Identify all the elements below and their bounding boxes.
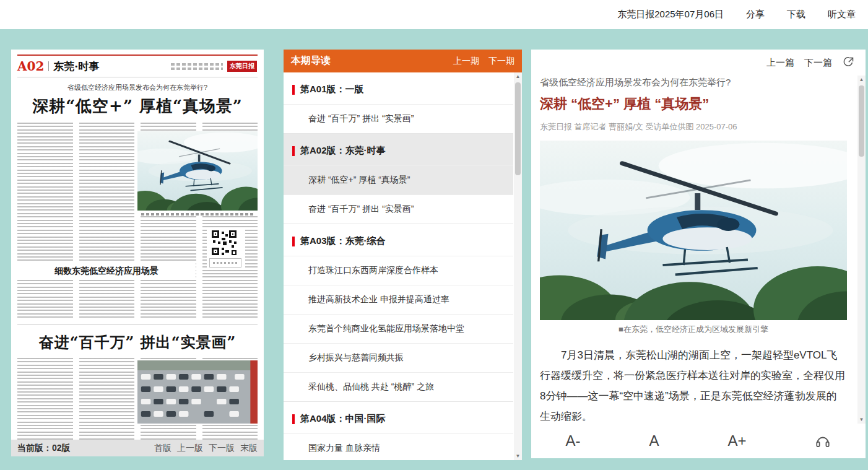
scrollbar-thumb[interactable]: [515, 82, 521, 175]
page-code: A02: [17, 59, 44, 74]
article-nav: 上一篇 下一篇: [531, 50, 866, 76]
toc-section-label: 第A04版：中国·国际: [284, 401, 513, 433]
toc-header: 本期导读 上一期 下一期: [284, 50, 522, 72]
preview-article2-body: [17, 358, 258, 440]
article-scrollbar[interactable]: ▲ ▼: [857, 76, 866, 424]
masthead-divider: [48, 61, 49, 71]
article-byline: 东莞日报 首席记者 曹丽娟/文 受访单位供图 2025-07-06: [540, 121, 847, 133]
font-smaller-button[interactable]: A-: [565, 432, 580, 450]
font-larger-button[interactable]: A+: [727, 432, 746, 450]
section-label-text: 第A02版：东莞·时事: [300, 145, 386, 157]
toc-section-a02: 第A02版：东莞·时事 深耕 “低空+” 厚植 “真场景” 奋进 “百千万” 拼…: [284, 133, 513, 224]
page-nav-links: 首版 上一版 下一版 末版: [154, 443, 258, 454]
preview-article1-headline[interactable]: 深耕“低空+” 厚植“真场景”: [17, 95, 258, 117]
newspaper-page: A02 东莞·时事 东莞日报 省级低空经济应用场景发布会为何在东莞举行? 深耕“…: [11, 50, 264, 440]
article-toolbar: A- A A+: [531, 424, 866, 458]
toc-article-link[interactable]: 东莞首个纯商业化氢能应用场景落地中堂: [284, 314, 513, 343]
download-link[interactable]: 下载: [787, 9, 805, 20]
article-paragraph: 7月3日清晨，东莞松山湖的湖面上空，一架超轻型eVTOL飞行器缓缓升空，将一份紧…: [540, 345, 847, 424]
article-kicker: 省级低空经济应用场景发布会为何在东莞举行?: [540, 77, 847, 89]
masthead: A02 东莞·时事 东莞日报: [17, 59, 258, 74]
scroll-up-icon[interactable]: ▲: [514, 72, 522, 81]
toc-article-link[interactable]: 奋进 “百千万” 拼出 “实景画”: [284, 194, 513, 224]
qr-caption-box: [209, 258, 241, 268]
current-page-label: 当前版：02版: [17, 443, 71, 454]
section-marker: [292, 85, 295, 95]
preview-article1-kicker[interactable]: 省级低空经济应用场景发布会为何在东莞举行?: [17, 83, 258, 92]
toc-article-link-active[interactable]: 深耕 “低空+” 厚植 “真场景”: [284, 165, 513, 194]
toc-section-a03: 第A03版：东莞·综合 打造珠江口东西两岸深度合作样本 推进高新技术企业 申报并…: [284, 224, 513, 401]
page-preview-panel: A02 东莞·时事 东莞日报 省级低空经济应用场景发布会为何在东莞举行? 深耕“…: [11, 50, 264, 440]
app-root: 东莞日报2025年07月06日 分享 下载 听文章 A02 东莞·时事 东莞日报…: [0, 0, 868, 470]
article-title: 深耕 “低空+” 厚植 “真场景”: [540, 95, 847, 113]
masthead-rule: [17, 54, 258, 56]
qr-code-icon: [210, 229, 238, 256]
article-panel: 上一篇 下一篇 省级低空经济应用场景发布会为何在东莞举行? 深耕 “低空+” 厚…: [531, 50, 866, 458]
article-content: 省级低空经济应用场景发布会为何在东莞举行? 深耕 “低空+” 厚植 “真场景” …: [531, 76, 866, 424]
toc-article-link[interactable]: 国家力量 血脉亲情: [284, 433, 513, 460]
toc-article-link[interactable]: 推进高新技术企业 申报并提高通过率: [284, 285, 513, 314]
page-section-name: 东莞·时事: [53, 59, 99, 74]
section-marker: [292, 146, 295, 156]
paper-logo: 东莞日报: [227, 60, 258, 72]
toc-article-link[interactable]: 奋进 “百千万” 拼出 “实景画”: [284, 104, 513, 133]
photo-caption: ■在东莞，低空经济正成为区域发展新引擎: [540, 324, 847, 335]
toc-article-link[interactable]: 乡村振兴与慈善同频共振: [284, 343, 513, 372]
parking-lot-image: [137, 360, 258, 424]
scrollbar-thumb[interactable]: [859, 85, 864, 157]
toc-article-link[interactable]: 采仙桃、品仙桃 共赴 “桃醉” 之旅: [284, 372, 513, 401]
toc-list: 第A01版：一版 奋进 “百千万” 拼出 “实景画” 第A02版：东莞·时事 深…: [284, 72, 513, 460]
scroll-up-icon[interactable]: ▲: [857, 76, 866, 84]
toc-section-a01: 第A01版：一版 奋进 “百千万” 拼出 “实景画”: [284, 72, 513, 133]
section-label-text: 第A03版：东莞·综合: [300, 235, 386, 247]
photo-caption-line: [141, 213, 254, 215]
first-page-link[interactable]: 首版: [154, 443, 171, 454]
section-label-text: 第A04版：中国·国际: [300, 413, 386, 425]
preview-subheadline[interactable]: 细数东莞低空经济应用场景: [17, 261, 196, 280]
toc-section-label-active: 第A02版：东莞·时事: [284, 133, 513, 165]
headphones-icon[interactable]: [815, 433, 831, 449]
scroll-down-icon[interactable]: ▼: [514, 452, 522, 460]
toc-section-label: 第A03版：东莞·综合: [284, 224, 513, 256]
last-page-link[interactable]: 末版: [240, 443, 258, 454]
next-article-link[interactable]: 下一篇: [804, 57, 832, 69]
helicopter-image: [137, 131, 258, 211]
preview-article1-body: 细数东莞低空经济应用场景: [17, 123, 258, 320]
toc-body: 第A01版：一版 奋进 “百千万” 拼出 “实景画” 第A02版：东莞·时事 深…: [284, 72, 522, 460]
toc-scrollbar[interactable]: ▲ ▼: [514, 72, 522, 460]
prev-page-link[interactable]: 上一版: [177, 443, 203, 454]
masthead-underline: [17, 77, 258, 77]
preview-parking-photo: [137, 360, 258, 424]
prev-issue-link[interactable]: 上一期: [453, 56, 479, 67]
qr-code-block: [207, 228, 245, 269]
font-normal-button[interactable]: A: [649, 432, 659, 450]
scroll-down-icon[interactable]: ▼: [857, 416, 866, 424]
helicopter-image: [540, 141, 847, 320]
toc-section-label: 第A01版：一版: [284, 72, 513, 104]
page-nav-bar: 当前版：02版 首版 上一版 下一版 末版: [11, 440, 264, 456]
next-page-link[interactable]: 下一版: [209, 443, 235, 454]
share-link[interactable]: 分享: [746, 9, 765, 20]
masthead-info-lines: [171, 63, 223, 70]
article-photo: [540, 141, 847, 320]
prev-article-link[interactable]: 上一篇: [766, 57, 794, 69]
toc-article-link[interactable]: 打造珠江口东西两岸深度合作样本: [284, 256, 513, 285]
section-label-text: 第A01版：一版: [300, 84, 364, 95]
preview-helicopter-photo: [137, 131, 258, 215]
paper-date-label: 东莞日报2025年07月06日: [617, 9, 724, 20]
toc-panel: 本期导读 上一期 下一期 第A01版：一版 奋进 “百千万” 拼出 “实景画”: [284, 50, 522, 460]
next-issue-link[interactable]: 下一期: [488, 56, 514, 67]
topbar: 东莞日报2025年07月06日 分享 下载 听文章: [0, 0, 868, 29]
toc-title: 本期导读: [291, 54, 331, 67]
listen-article-link[interactable]: 听文章: [828, 9, 856, 20]
section-marker: [292, 414, 295, 424]
share-icon[interactable]: [842, 56, 854, 69]
article-divider: [17, 324, 258, 325]
section-marker: [292, 237, 295, 246]
preview-article2-headline[interactable]: 奋进“百千万” 拼出“实景画”: [17, 333, 258, 352]
toc-section-a04: 第A04版：中国·国际 国家力量 血脉亲情 中国人民抗日战争 纪念馆将恢复开放: [284, 401, 513, 460]
